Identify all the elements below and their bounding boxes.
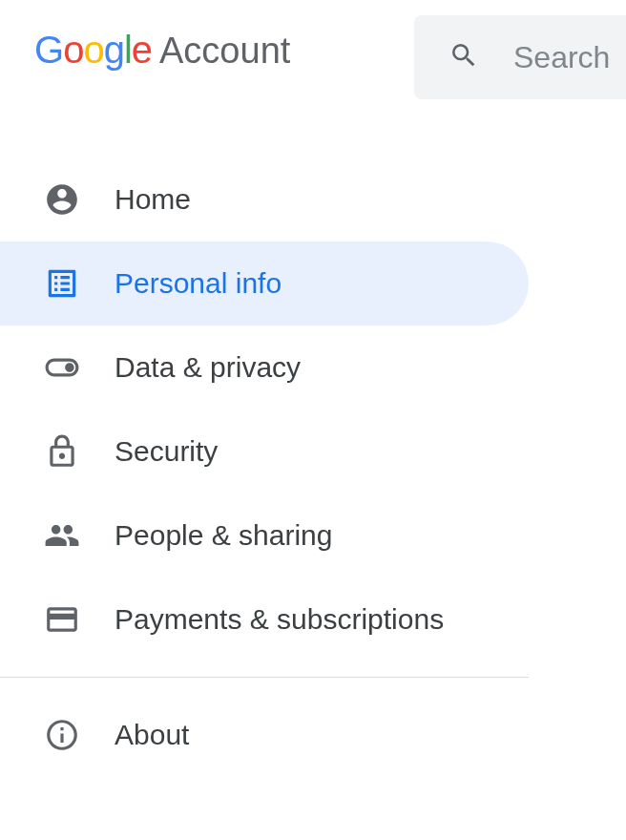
sidebar-item-people-sharing[interactable]: People & sharing	[0, 494, 529, 578]
sidebar-item-security[interactable]: Security	[0, 410, 529, 494]
divider	[0, 677, 529, 678]
toggle-icon	[44, 349, 80, 386]
sidebar-item-label: Personal info	[115, 267, 282, 300]
sidebar-item-label: People & sharing	[115, 519, 333, 552]
home-icon	[44, 181, 80, 218]
sidebar-item-label: About	[115, 719, 189, 751]
sidebar-item-data-privacy[interactable]: Data & privacy	[0, 326, 529, 410]
google-logo: Google	[34, 29, 152, 72]
sidebar-item-label: Security	[115, 435, 218, 468]
sidebar-item-payments[interactable]: Payments & subscriptions	[0, 578, 529, 662]
logo-area[interactable]: Google Account	[34, 29, 290, 72]
sidebar: Home Personal info Data & privacy Securi…	[0, 158, 529, 777]
people-icon	[44, 517, 80, 554]
lock-icon	[44, 433, 80, 470]
sidebar-item-label: Payments & subscriptions	[115, 603, 444, 636]
search-box[interactable]: Search	[414, 15, 626, 99]
sidebar-item-about[interactable]: About	[0, 693, 529, 777]
payment-icon	[44, 601, 80, 638]
search-icon	[449, 40, 479, 74]
sidebar-item-personal-info[interactable]: Personal info	[0, 242, 529, 326]
personal-info-icon	[44, 265, 80, 302]
sidebar-item-home[interactable]: Home	[0, 158, 529, 242]
info-icon	[44, 717, 80, 753]
search-placeholder: Search	[513, 40, 610, 75]
product-label: Account	[159, 31, 290, 72]
header: Google Account Search	[0, 0, 626, 100]
sidebar-item-label: Data & privacy	[115, 351, 301, 384]
sidebar-item-label: Home	[115, 183, 191, 216]
